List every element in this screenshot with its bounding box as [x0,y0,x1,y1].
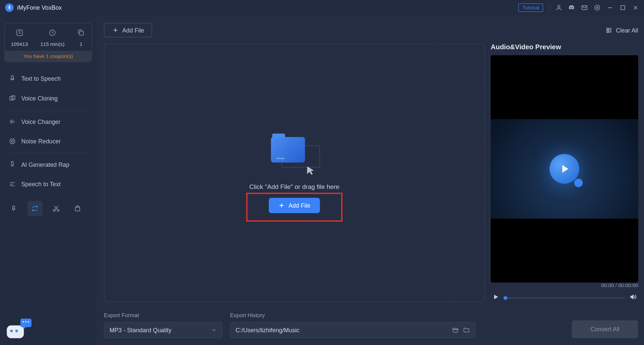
export-format-label: Export Format [104,312,222,319]
stat-count[interactable]: 1 [77,28,85,47]
chat-assistant-button[interactable] [7,321,27,338]
svg-rect-10 [80,31,84,36]
play-icon [549,154,579,184]
coupon-banner[interactable]: You have 1 coupon(s) [5,51,92,62]
nav-voice-cloning[interactable]: Voice Cloning [4,88,92,108]
svg-rect-20 [607,28,608,30]
clear-all-button[interactable]: Clear All [606,27,638,33]
svg-point-3 [595,5,600,10]
tool-archive[interactable] [70,201,85,216]
stats-card: 105413 115 min(s) 1 You have 1 coupon(s) [4,23,92,62]
nav-voice-changer[interactable]: Voice Changer [4,112,92,131]
preview-video[interactable] [491,55,638,282]
export-history-field[interactable]: C:/Users/lizhifeng/Music [230,322,476,338]
svg-rect-5 [621,6,625,10]
volume-icon[interactable] [630,293,636,302]
copy-icon [77,28,85,39]
export-format-select[interactable]: MP3 - Standard Quality [104,322,222,338]
tool-record[interactable] [6,201,21,216]
add-file-button-main[interactable]: Add File [269,198,320,213]
app-title: iMyFone VoxBox [17,4,62,11]
svg-point-13 [10,139,15,144]
stat-characters[interactable]: 105413 [11,28,28,47]
folder-icon [463,327,470,333]
folder-open-icon [452,327,459,333]
folder-icon [269,133,320,175]
user-icon[interactable] [555,4,562,11]
svg-rect-17 [75,207,79,211]
nav-speech-to-text[interactable]: Speech to Text [4,175,92,194]
seek-slider[interactable] [503,297,625,298]
preview-panel: Audio&Video Preview 00:00 / 00:00:00 [491,44,638,302]
app-logo-icon [5,3,13,12]
clock-icon [48,28,57,39]
play-button[interactable] [492,293,499,302]
discord-icon[interactable] [568,4,575,11]
sidebar: 105413 115 min(s) 1 You have 1 coupon(s)… [0,15,96,345]
preview-time: 00:00 / 00:00:00 [491,282,638,288]
stat-minutes[interactable]: 115 min(s) [40,28,64,47]
main-content: Add File Clear All Click "Add File" or d… [96,15,644,345]
nav-text-to-speech[interactable]: Text to Speech [4,69,92,88]
export-history-label: Export History [230,312,476,319]
tutorial-button[interactable]: Tutorial [519,3,543,12]
minimize-icon[interactable] [606,4,613,11]
dropzone[interactable]: Click "Add File" or drag file here Add F… [104,44,485,302]
svg-rect-23 [607,31,608,32]
close-icon[interactable] [632,4,639,11]
convert-all-button[interactable]: Convert All [572,320,638,338]
preview-title: Audio&Video Preview [491,44,638,51]
svg-point-0 [558,5,560,8]
tool-cut[interactable] [49,201,64,216]
maximize-icon[interactable] [620,4,626,11]
chevron-down-icon [211,327,217,333]
add-file-button-top[interactable]: Add File [104,23,152,38]
nav-noise-reducer[interactable]: Noise Reducer [4,131,92,151]
nav-ai-rap[interactable]: AI Generated Rap [4,155,92,174]
mail-icon[interactable] [581,4,588,11]
svg-rect-8 [16,30,22,36]
settings-icon[interactable] [594,4,600,11]
dropzone-hint: Click "Add File" or drag file here [249,183,339,190]
titlebar: iMyFone VoxBox Tutorial [0,0,644,15]
svg-point-2 [596,7,598,8]
svg-point-14 [11,140,13,142]
tool-convert[interactable] [27,201,43,216]
char-count-icon [15,28,23,39]
